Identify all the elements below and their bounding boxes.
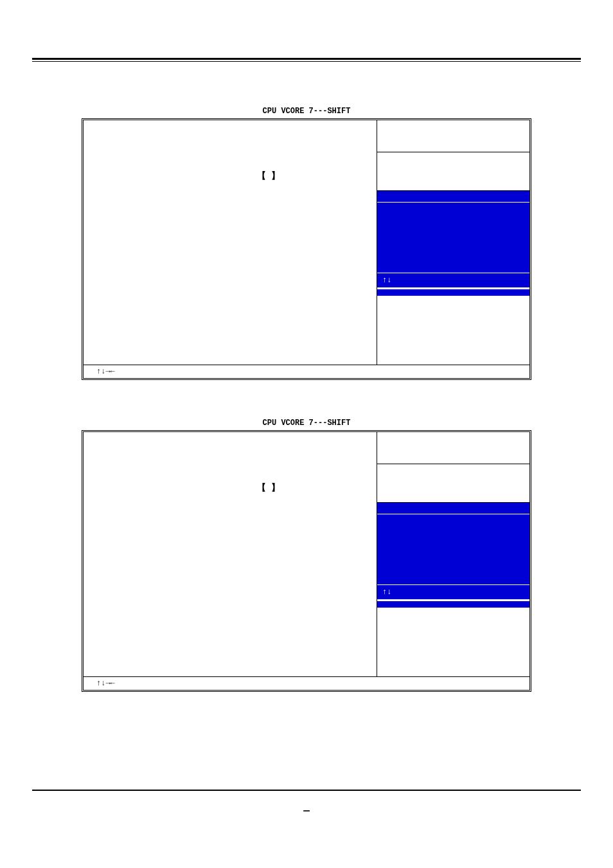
bios-box-2: 【 】 ↑↓ ↑↓→← <box>82 430 531 692</box>
cursor-brackets-2[interactable]: 【 】 <box>257 482 280 494</box>
bios-footer-2: ↑↓→← <box>84 676 529 690</box>
right-blue-body-1 <box>377 203 529 273</box>
arrows-icon: ↑↓→← <box>96 367 115 376</box>
right-mid-white-2 <box>377 464 529 503</box>
right-header-2 <box>377 432 529 464</box>
updown-icon: ↑↓ <box>382 276 391 285</box>
right-blue-sub-2 <box>377 601 529 608</box>
page-dash: — <box>303 805 310 817</box>
right-mid-white-1 <box>377 152 529 191</box>
right-blue-top-2 <box>377 503 529 514</box>
bios-right-pane-1: ↑↓ <box>377 120 529 365</box>
top-thick-rule <box>32 58 581 60</box>
arrows-icon: ↑↓→← <box>96 679 115 688</box>
bios-left-pane-2: 【 】 <box>84 432 377 676</box>
right-header-1 <box>377 120 529 152</box>
right-select-line-2[interactable]: ↑↓ <box>377 585 529 601</box>
bios-footer-1: ↑↓→← <box>84 365 529 378</box>
bottom-rule <box>32 790 581 791</box>
right-bottom-white-1 <box>377 296 529 365</box>
right-blue-sub-1 <box>377 289 529 296</box>
bios-right-pane-2: ↑↓ <box>377 432 529 676</box>
right-blue-top-1 <box>377 191 529 203</box>
right-select-line-1[interactable]: ↑↓ <box>377 273 529 289</box>
bios-left-pane-1: 【 】 <box>84 120 377 365</box>
right-bottom-white-2 <box>377 608 529 676</box>
right-blue-body-2 <box>377 514 529 585</box>
cursor-brackets-1[interactable]: 【 】 <box>257 170 280 182</box>
top-thin-rule <box>32 61 581 62</box>
bios-title-2: CPU VCORE 7---SHIFT <box>32 419 581 428</box>
updown-icon: ↑↓ <box>382 588 391 597</box>
bios-title-1: CPU VCORE 7---SHIFT <box>32 107 581 116</box>
bios-box-1: 【 】 ↑↓ ↑↓→← <box>82 118 531 380</box>
